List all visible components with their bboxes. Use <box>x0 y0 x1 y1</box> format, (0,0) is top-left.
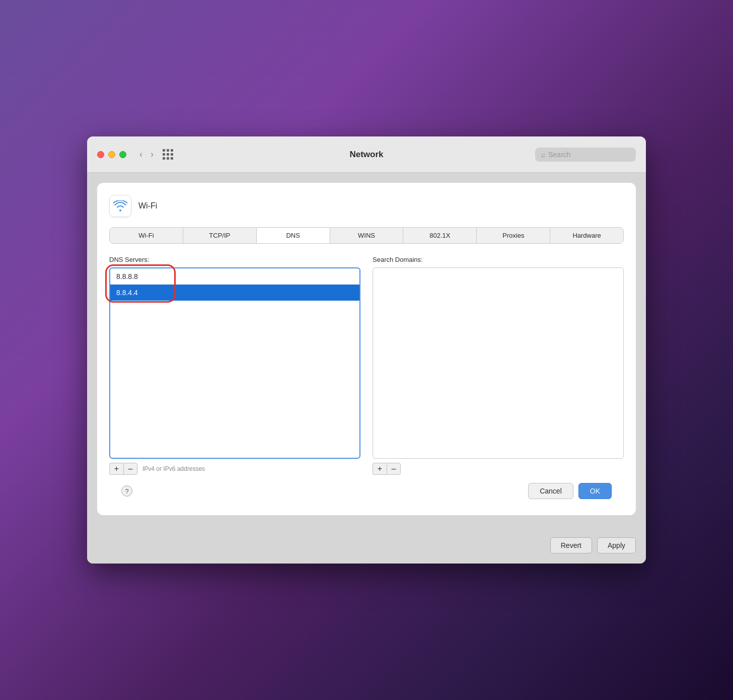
search-domains-list[interactable] <box>373 267 624 459</box>
tab-hardware[interactable]: Hardware <box>550 228 623 243</box>
dns-servers-column: DNS Servers: 8.8.8.8 8.8.4.4 + – IPv4 or… <box>109 256 360 475</box>
dns-hint-text: IPv4 or IPv6 addresses <box>142 465 205 472</box>
window-title: Network <box>349 150 383 160</box>
minimize-button[interactable] <box>108 151 115 158</box>
tab-dns[interactable]: DNS <box>257 228 330 243</box>
nav-buttons: ‹ › <box>136 147 157 162</box>
bottom-bar: Revert Apply <box>87 530 646 564</box>
search-domains-label: Search Domains: <box>373 256 624 263</box>
footer-actions: Cancel OK <box>528 483 612 499</box>
dns-servers-list[interactable]: 8.8.8.8 8.8.4.4 <box>109 267 360 459</box>
dialog-footer: ? Cancel OK <box>109 475 624 503</box>
search-placeholder: Search <box>548 151 570 159</box>
wifi-icon-box <box>109 195 131 217</box>
dns-remove-button[interactable]: – <box>123 463 137 475</box>
cancel-button[interactable]: Cancel <box>528 483 573 499</box>
dns-body: DNS Servers: 8.8.8.8 8.8.4.4 + – IPv4 or… <box>109 256 624 475</box>
dns-add-button[interactable]: + <box>109 463 123 475</box>
domains-add-button[interactable]: + <box>373 463 387 475</box>
tab-802[interactable]: 802.1X <box>403 228 477 243</box>
network-window: ‹ › Network ⌕ Search <box>87 136 646 564</box>
dns-server-item-0[interactable]: 8.8.8.8 <box>110 268 359 285</box>
tabs: Wi-Fi TCP/IP DNS WINS 802.1X Proxies Har… <box>109 227 624 244</box>
close-button[interactable] <box>97 151 104 158</box>
search-bar[interactable]: ⌕ Search <box>535 148 636 162</box>
tab-wins[interactable]: WINS <box>330 228 404 243</box>
maximize-button[interactable] <box>119 151 126 158</box>
help-button[interactable]: ? <box>121 485 132 497</box>
wifi-header: Wi-Fi <box>109 195 624 217</box>
dns-server-item-1[interactable]: 8.8.4.4 <box>110 285 359 301</box>
revert-button[interactable]: Revert <box>550 537 592 553</box>
ok-button[interactable]: OK <box>578 483 612 499</box>
forward-button[interactable]: › <box>148 147 157 162</box>
search-icon: ⌕ <box>541 151 545 159</box>
traffic-lights <box>97 151 126 158</box>
grid-icon[interactable] <box>163 149 174 160</box>
back-button[interactable]: ‹ <box>136 147 145 162</box>
tab-tcpip[interactable]: TCP/IP <box>183 228 257 243</box>
panel: Wi-Fi Wi-Fi TCP/IP DNS WINS 802.1X Proxi… <box>97 183 636 515</box>
wifi-icon <box>113 200 127 212</box>
apply-button[interactable]: Apply <box>597 537 636 553</box>
dns-servers-wrapper: 8.8.8.8 8.8.4.4 <box>109 267 360 459</box>
tab-wifi[interactable]: Wi-Fi <box>110 228 183 243</box>
wifi-label: Wi-Fi <box>138 201 157 211</box>
dns-servers-label: DNS Servers: <box>109 256 360 263</box>
tab-proxies[interactable]: Proxies <box>477 228 550 243</box>
search-domains-column: Search Domains: + – <box>373 256 624 475</box>
dns-servers-controls: + – IPv4 or IPv6 addresses <box>109 463 360 475</box>
search-domains-controls: + – <box>373 463 624 475</box>
content-area: Wi-Fi Wi-Fi TCP/IP DNS WINS 802.1X Proxi… <box>87 173 646 530</box>
domains-remove-button[interactable]: – <box>387 463 401 475</box>
titlebar: ‹ › Network ⌕ Search <box>87 136 646 173</box>
